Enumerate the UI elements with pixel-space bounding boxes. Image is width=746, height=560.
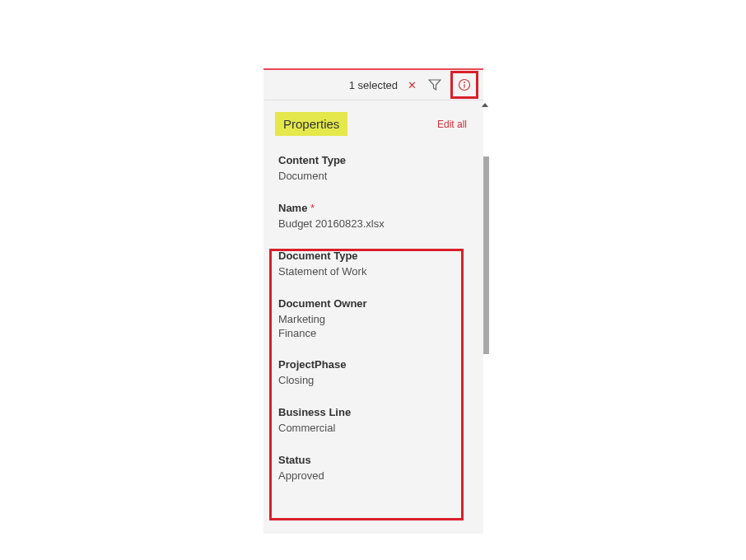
field-label: Name * <box>278 202 472 214</box>
field-document-owner: Document Owner Marketing Finance <box>275 297 472 341</box>
field-document-type: Document Type Statement of Work <box>275 250 472 279</box>
field-project-phase: ProjectPhase Closing <box>275 358 472 388</box>
field-label: Status <box>278 454 472 466</box>
field-label: Business Line <box>278 406 472 418</box>
field-value: Budget 20160823.xlsx <box>278 217 472 231</box>
selection-count: 1 selected <box>349 79 398 91</box>
scroll-up-arrow[interactable] <box>482 103 488 107</box>
clear-selection-icon[interactable]: ✕ <box>404 79 419 91</box>
properties-title: Properties <box>275 112 347 136</box>
panel-toolbar: 1 selected ✕ <box>263 70 483 100</box>
scrollbar-thumb[interactable] <box>483 156 489 354</box>
field-label: Document Owner <box>278 297 472 310</box>
field-value: Statement of Work <box>278 265 472 279</box>
field-value: Commercial <box>278 422 472 436</box>
field-value: Marketing Finance <box>278 313 472 341</box>
info-icon[interactable] <box>450 71 478 99</box>
filter-icon[interactable] <box>422 72 447 97</box>
properties-content: Properties Edit all Content Type Documen… <box>263 100 483 505</box>
field-label: Content Type <box>278 154 472 166</box>
field-name: Name * Budget 20160823.xlsx <box>275 202 472 231</box>
field-value: Document <box>278 170 472 184</box>
field-status: Status Approved <box>275 454 472 483</box>
details-panel: 1 selected ✕ Properties Edit all Content… <box>263 68 483 534</box>
field-value: Closing <box>278 374 472 388</box>
field-business-line: Business Line Commercial <box>275 406 472 436</box>
field-content-type: Content Type Document <box>275 154 472 184</box>
properties-header: Properties Edit all <box>275 112 472 136</box>
edit-all-link[interactable]: Edit all <box>437 119 467 130</box>
required-asterisk: * <box>310 202 315 214</box>
field-label: Document Type <box>278 250 472 262</box>
svg-point-1 <box>464 82 465 83</box>
panel-body: Properties Edit all Content Type Documen… <box>263 100 483 534</box>
field-label: ProjectPhase <box>278 358 472 371</box>
field-value: Approved <box>278 469 472 483</box>
